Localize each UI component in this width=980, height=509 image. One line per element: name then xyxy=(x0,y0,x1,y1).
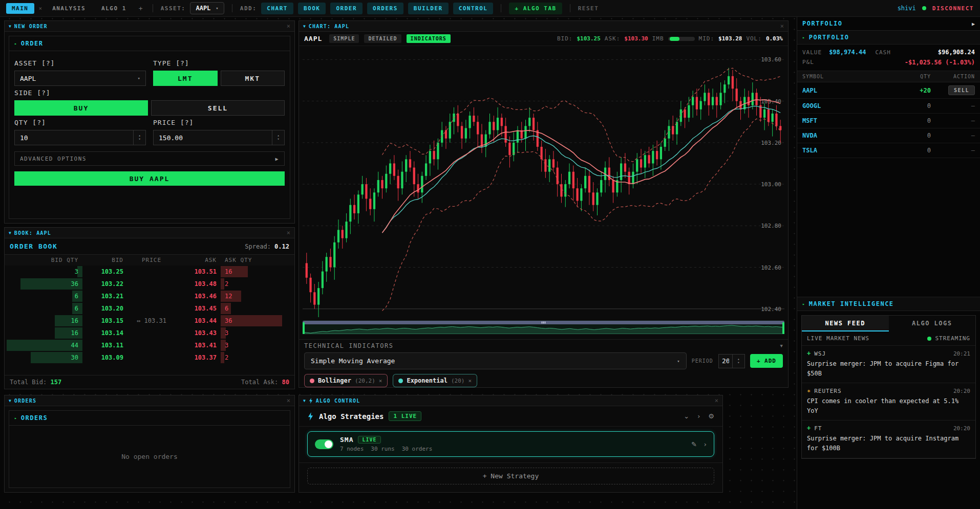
close-icon[interactable]: × xyxy=(287,229,290,236)
price-chart[interactable]: 103.60103.40103.20103.00102.80102.60102.… xyxy=(303,47,784,317)
chart-navigator[interactable] xyxy=(303,320,784,334)
sell-button[interactable]: SELL xyxy=(948,85,975,95)
close-icon[interactable]: × xyxy=(287,397,290,404)
orders-section-header: ▸ ORDERS xyxy=(9,411,290,426)
book-row[interactable]: 6103.20103.456 xyxy=(5,302,294,315)
bid-price-cell[interactable]: 103.25 xyxy=(82,265,127,278)
tab-algo-logs[interactable]: ALGO LOGS xyxy=(889,316,976,331)
indicator-chip-exponential[interactable]: Exponential(20)× xyxy=(393,374,477,387)
bid-price-cell[interactable]: 103.22 xyxy=(82,278,127,290)
bid-price-cell[interactable]: 103.14 xyxy=(82,327,127,339)
add-order-button[interactable]: ORDER xyxy=(330,3,363,14)
gear-icon[interactable]: ⚙ xyxy=(708,412,714,420)
news-item[interactable]: +WSJ20:21Surprise merger: JPM to acquire… xyxy=(802,346,975,383)
period-input[interactable] xyxy=(719,355,732,368)
chevron-right-icon[interactable]: › xyxy=(704,440,707,448)
bid-price-cell[interactable]: 103.21 xyxy=(82,290,127,302)
collapse-icon[interactable]: ▼ xyxy=(9,399,11,403)
algo-titlebar[interactable]: ▼ ALGO CONTROL × xyxy=(299,395,722,406)
collapse-icon[interactable]: ▼ xyxy=(303,399,306,403)
ask-price-cell[interactable]: 103.46 xyxy=(176,290,221,302)
ask-price-cell[interactable]: 103.44 xyxy=(176,315,221,327)
limit-order-button[interactable]: LMT xyxy=(153,71,218,86)
tab-news-feed[interactable]: NEWS FEED xyxy=(802,316,889,331)
new-strategy-button[interactable]: + New Strategy xyxy=(307,468,714,484)
period-stepper[interactable]: ▴▾ xyxy=(732,355,744,368)
mode-indicators-button[interactable]: INDICATORS xyxy=(407,34,451,43)
price-stepper[interactable]: ▴▾ xyxy=(272,130,284,145)
price-input[interactable] xyxy=(154,130,272,145)
mode-detailed-button[interactable]: DETAILED xyxy=(364,34,401,43)
qty-stepper[interactable]: ▴▾ xyxy=(133,130,145,145)
submit-buy-button[interactable]: BUY AAPL xyxy=(14,171,285,186)
close-icon[interactable]: × xyxy=(780,23,784,30)
ask-price-cell[interactable]: 103.41 xyxy=(176,339,221,351)
book-row[interactable]: 30103.09103.372 xyxy=(5,351,294,364)
news-source: WSJ xyxy=(814,350,826,357)
sell-side-button[interactable]: SELL xyxy=(151,100,285,116)
collapse-indicators-icon[interactable]: ▼ xyxy=(780,343,783,348)
add-algo-tab-button[interactable]: + ALGO TAB xyxy=(509,3,562,14)
bid-price-cell[interactable]: 103.15 xyxy=(82,315,127,327)
add-book-button[interactable]: BOOK xyxy=(298,3,326,14)
close-icon[interactable]: × xyxy=(715,397,718,404)
bid-price-cell[interactable]: 103.09 xyxy=(82,351,127,364)
new-order-titlebar[interactable]: ▼ NEW ORDER × xyxy=(5,21,294,32)
book-row[interactable]: 6103.21103.4612 xyxy=(5,290,294,302)
navigator-handle-right[interactable] xyxy=(782,322,784,334)
bid-price-cell[interactable]: 103.11 xyxy=(82,339,127,351)
edit-pencil-icon[interactable]: ✎ xyxy=(691,440,697,448)
indicator-select[interactable]: Simple Moving Average ▾ xyxy=(304,352,687,369)
add-chart-button[interactable]: CHART xyxy=(261,3,293,14)
chart-titlebar[interactable]: ▼ CHART: AAPL × xyxy=(299,21,788,32)
collapse-icon[interactable]: ▼ xyxy=(9,231,11,235)
asset-select[interactable]: AAPL ▾ xyxy=(190,2,224,14)
expand-arrow-icon[interactable]: ▶ xyxy=(972,21,975,27)
ask-price-cell[interactable]: 103.45 xyxy=(176,302,221,315)
news-item[interactable]: +FT20:20Surprise merger: JPM to acquire … xyxy=(802,421,975,458)
chevron-down-icon[interactable]: ⌄ xyxy=(684,412,689,420)
mode-simple-button[interactable]: SIMPLE xyxy=(329,34,359,43)
remove-indicator-icon[interactable]: × xyxy=(379,378,382,384)
add-control-button[interactable]: CONTROL xyxy=(453,3,494,14)
bid-price-cell[interactable]: 103.20 xyxy=(82,302,127,315)
add-tab-icon[interactable]: + xyxy=(137,5,145,12)
chevron-right-icon[interactable]: › xyxy=(697,412,700,420)
mid-cell xyxy=(127,265,176,278)
ask-qty: 6 xyxy=(225,305,228,312)
reset-button[interactable]: RESET xyxy=(578,5,599,12)
disconnect-button[interactable]: DISCONNECT xyxy=(932,5,974,12)
book-row[interactable]: 44103.11103.413 xyxy=(5,339,294,351)
advanced-options-toggle[interactable]: ADVANCED OPTIONS ▶ xyxy=(14,151,285,166)
news-item[interactable]: ✶REUTERS20:20CPI comes in cooler than ex… xyxy=(802,383,975,421)
close-icon[interactable]: × xyxy=(287,23,290,30)
order-asset-select[interactable]: AAPL ▾ xyxy=(14,71,146,86)
add-orders-button[interactable]: ORDERS xyxy=(367,3,403,14)
add-builder-button[interactable]: BUILDER xyxy=(408,3,449,14)
buy-side-button[interactable]: BUY xyxy=(14,100,148,116)
orders-titlebar[interactable]: ▼ ORDERS × xyxy=(5,395,294,406)
book-row[interactable]: 16103.14103.433 xyxy=(5,327,294,339)
ask-price-cell[interactable]: 103.51 xyxy=(176,265,221,278)
ask-price-cell[interactable]: 103.43 xyxy=(176,327,221,339)
tab-close-icon[interactable]: × xyxy=(39,5,42,12)
book-row[interactable]: 16103.15⇔ 103.31103.4436 xyxy=(5,315,294,327)
ask-price-cell[interactable]: 103.48 xyxy=(176,278,221,290)
book-row[interactable]: 3103.25103.5116 xyxy=(5,265,294,278)
indicator-chip-bollinger[interactable]: Bollinger(20,2)× xyxy=(304,374,388,387)
tab-analysis[interactable]: ANALYSIS xyxy=(47,3,91,14)
navigator-handle-left[interactable] xyxy=(303,322,305,334)
add-indicator-button[interactable]: + ADD xyxy=(750,354,783,368)
tab-algo-1[interactable]: ALGO 1 xyxy=(96,3,132,14)
remove-indicator-icon[interactable]: × xyxy=(468,378,472,384)
ask-price-cell[interactable]: 103.37 xyxy=(176,351,221,364)
book-row[interactable]: 36103.22103.482 xyxy=(5,278,294,290)
collapse-icon[interactable]: ▼ xyxy=(9,24,11,29)
qty-input[interactable] xyxy=(15,130,133,145)
strategy-card-sma[interactable]: SMA LIVE 7 nodes 30 runs 30 orders ✎ › xyxy=(307,431,714,457)
market-order-button[interactable]: MKT xyxy=(221,71,285,86)
strategy-toggle[interactable] xyxy=(315,439,333,449)
collapse-icon[interactable]: ▼ xyxy=(303,24,306,29)
tab-main[interactable]: MAIN xyxy=(6,3,34,14)
book-titlebar[interactable]: ▼ BOOK: AAPL × xyxy=(5,228,294,238)
